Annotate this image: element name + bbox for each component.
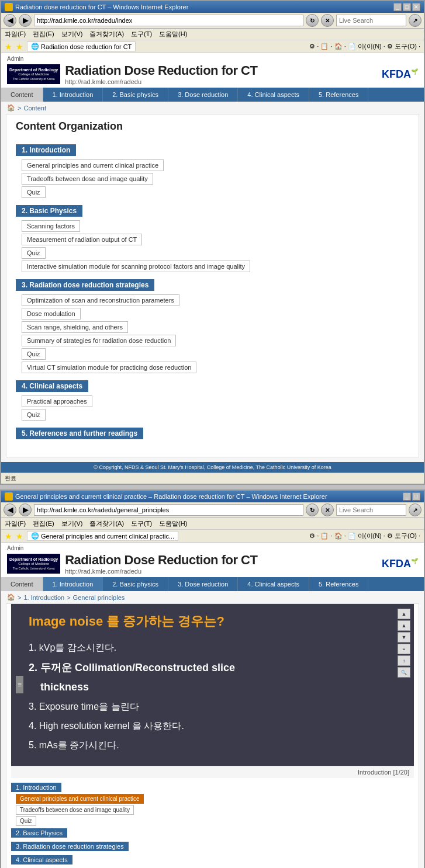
title-bar-1: Radiation dose reduction for CT – Window…	[1, 1, 424, 13]
tab-content-2[interactable]: Content	[1, 577, 43, 591]
slide-ctrl-expand-2[interactable]: ↕	[398, 655, 410, 666]
search-go-button-1[interactable]: ↗	[409, 14, 421, 27]
browser-window-2: General principles and current clinical …	[0, 489, 425, 868]
compact-label-2-2[interactable]: 2. Basic Physics	[11, 828, 67, 838]
compact-item-1-2-1[interactable]: General principles and current clinical …	[16, 794, 144, 804]
content-item-3-3[interactable]: Scan range, shielding, and others	[22, 321, 128, 333]
minimize-button-1[interactable]: _	[393, 3, 402, 11]
content-item-1-2[interactable]: Tradeoffs between dose and image quality	[22, 173, 153, 185]
tab-physics-1[interactable]: 2. Basic physics	[103, 88, 168, 102]
menu-fav-1[interactable]: 즐겨찾기(A)	[89, 30, 124, 39]
back-button-2[interactable]: ◀	[4, 504, 16, 516]
slide-ctrl-bottom-2[interactable]: ≡	[398, 644, 410, 654]
section-label-4-1[interactable]: 4. Clinical aspects	[16, 380, 88, 392]
forward-button-1[interactable]: ▶	[19, 14, 32, 27]
content-item-3-5[interactable]: Quiz	[22, 348, 46, 360]
close-button-1[interactable]: ✕	[412, 3, 420, 11]
breadcrumb-home-icon-2[interactable]: 🏠	[7, 593, 15, 601]
section-label-3-1[interactable]: 3. Radiation dose reduction strategies	[16, 279, 154, 291]
section-label-5-1[interactable]: 5. References and further readings	[16, 428, 143, 439]
menu-tools-1[interactable]: 도구(T)	[131, 30, 152, 39]
content-item-3-6[interactable]: Virtual CT simulation module for practic…	[22, 362, 196, 373]
content-item-3-2[interactable]: Dose modulation	[22, 308, 81, 320]
address-bar-1	[34, 15, 303, 26]
dept-line3-1: The Catholic University of Korea	[9, 77, 58, 81]
content-item-2-4[interactable]: Interactive simulation module for scanni…	[22, 261, 250, 272]
search-go-button-2[interactable]: ↗	[409, 504, 421, 516]
toolbar-1: ◀ ▶ ↻ ✕ ↗	[1, 13, 424, 29]
breadcrumb-home-icon-1[interactable]: 🏠	[7, 104, 15, 112]
menu-tools-2[interactable]: 도구(T)	[131, 519, 152, 528]
section-label-1-1[interactable]: 1. Introduction	[16, 144, 76, 156]
compact-label-4-2[interactable]: 4. Clinical aspects	[11, 855, 72, 864]
fav-item-1[interactable]: 🌐 Radiation dose reduction for CT	[27, 41, 136, 51]
content-item-1-3[interactable]: Quiz	[22, 186, 46, 198]
content-item-4-2[interactable]: Quiz	[22, 409, 46, 421]
win-controls-2: _ □	[403, 492, 420, 501]
menu-file-2[interactable]: 파일(F)	[5, 519, 26, 528]
tab-refs-1[interactable]: 5. References	[309, 88, 368, 102]
menu-edit-2[interactable]: 편집(E)	[33, 519, 54, 528]
menu-fav-2[interactable]: 즐겨찾기(A)	[89, 519, 124, 528]
content-item-2-2[interactable]: Measurement of radiation output of CT	[22, 234, 142, 245]
page-content-2: Admin Department of Radiology College of…	[1, 543, 424, 868]
tab-dose-1[interactable]: 3. Dose reduction	[168, 88, 238, 102]
breadcrumb-content-1[interactable]: Content	[23, 105, 46, 112]
content-list-3-1: Optimization of scan and reconstruction …	[22, 294, 409, 373]
slide-ctrl-top-2[interactable]: ▲	[398, 609, 410, 619]
url-input-2[interactable]	[34, 504, 303, 516]
tab-intro-1[interactable]: 1. Introduction	[43, 88, 103, 102]
slide-ctrl-zoom-2[interactable]: 🔍	[398, 667, 410, 678]
menu-file-1[interactable]: 파일(F)	[5, 30, 26, 39]
tab-physics-2[interactable]: 2. Basic physics	[103, 577, 168, 591]
menu-edit-1[interactable]: 편집(E)	[33, 30, 54, 39]
restore-button-2[interactable]: □	[412, 492, 420, 501]
refresh-button-1[interactable]: ↻	[306, 14, 319, 27]
fav-item-2[interactable]: 🌐 General principles and current clinica…	[27, 531, 178, 541]
compact-label-1-2[interactable]: 1. Introduction	[11, 783, 61, 792]
search-input-2[interactable]	[336, 504, 406, 516]
breadcrumb-general-2[interactable]: General principles	[73, 594, 125, 601]
content-item-4-1[interactable]: Practical approaches	[22, 395, 92, 407]
dept-line2-2: College of Medicine	[9, 562, 58, 567]
breadcrumb-intro-2[interactable]: 1. Introduction	[23, 594, 64, 601]
content-item-3-1[interactable]: Optimization of scan and reconstruction …	[22, 294, 179, 306]
compact-item-1-2-2[interactable]: Tradeoffs between dose and image quality	[16, 805, 134, 815]
slide-footer-2: Introduction [1/20]	[11, 766, 414, 778]
section-label-2-1[interactable]: 2. Basic Physics	[16, 205, 82, 217]
minimize-button-2[interactable]: _	[403, 492, 411, 501]
restore-button-1[interactable]: □	[403, 3, 411, 11]
content-item-2-1[interactable]: Scanning factors	[22, 220, 80, 232]
slide-item-2-3: 3. Exposure time을 늘린다	[29, 699, 391, 716]
menu-help-1[interactable]: 도움말(H)	[159, 30, 187, 39]
tab-clinical-1[interactable]: 4. Clinical aspects	[238, 88, 309, 102]
tab-intro-2[interactable]: 1. Introduction	[43, 577, 103, 591]
tab-content-1[interactable]: Content	[1, 88, 43, 102]
slide-controls-2: ▲ ▲ ▼ ≡ ↕ 🔍	[398, 609, 410, 678]
compact-item-1-2-3[interactable]: Quiz	[16, 816, 36, 826]
content-item-2-3[interactable]: Quiz	[22, 247, 46, 259]
tab-refs-2[interactable]: 5. References	[309, 577, 368, 591]
menu-view-2[interactable]: 보기(V)	[61, 519, 83, 528]
refresh-button-2[interactable]: ↻	[306, 504, 319, 516]
menu-help-2[interactable]: 도움말(H)	[159, 519, 187, 528]
compact-sec-2-2: 2. Basic Physics	[11, 828, 414, 839]
stop-button-2[interactable]: ✕	[321, 504, 334, 516]
slide-ctrl-down-2[interactable]: ▼	[398, 632, 410, 643]
compact-label-3-2[interactable]: 3. Radiation dose reduction strategies	[11, 842, 129, 851]
content-item-1-1[interactable]: General principles and current clinical …	[22, 159, 164, 171]
menu-view-1[interactable]: 보기(V)	[61, 30, 83, 39]
slide-ctrl-up-2[interactable]: ▲	[398, 620, 410, 631]
forward-button-2[interactable]: ▶	[19, 504, 32, 516]
slide-nav-left-2[interactable]: ≡	[16, 676, 23, 693]
url-input-1[interactable]	[34, 15, 303, 26]
tab-dose-2[interactable]: 3. Dose reduction	[168, 577, 238, 591]
page-content-1: Admin Department of Radiology College of…	[1, 53, 424, 473]
tab-clinical-2[interactable]: 4. Clinical aspects	[238, 577, 309, 591]
stop-button-1[interactable]: ✕	[321, 14, 334, 27]
dept-line2-1: College of Medicine	[9, 72, 58, 77]
back-button-1[interactable]: ◀	[4, 14, 16, 27]
slide-content-2: Image noise 를 증가하는 경우는? 1. kVp를 감소시킨다. 2…	[29, 613, 391, 754]
search-input-1[interactable]	[336, 15, 406, 26]
content-item-3-4[interactable]: Summary of strategies for radiation dose…	[22, 335, 176, 346]
